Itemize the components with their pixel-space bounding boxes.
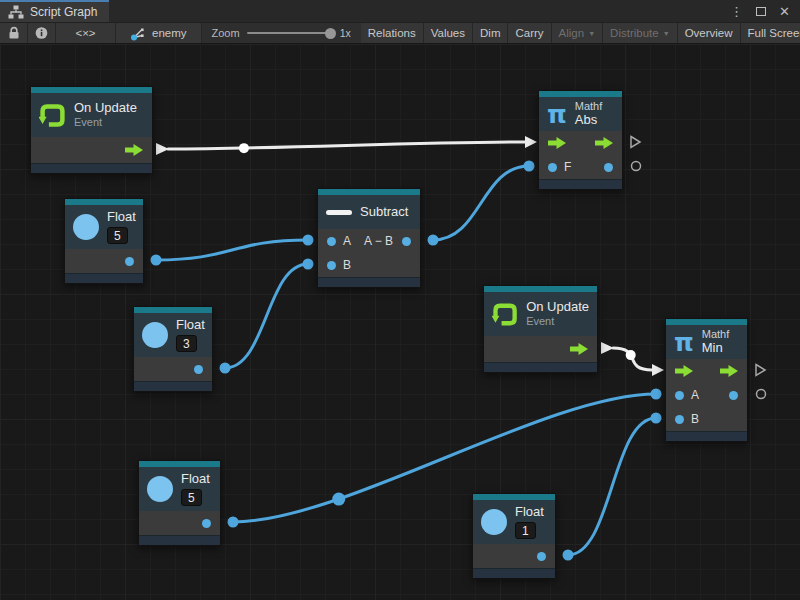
chevron-down-icon: ▼ <box>663 30 670 37</box>
wire-mid-dot[interactable] <box>332 493 345 506</box>
port-row <box>666 359 747 383</box>
toolbar-button-dim[interactable]: Dim <box>473 23 508 43</box>
node-header: On UpdateEvent <box>31 93 152 137</box>
lock-button[interactable] <box>0 23 28 43</box>
code-view-button[interactable]: <×> <box>56 23 116 43</box>
node-header: Float1 <box>473 500 555 544</box>
node-subtract[interactable]: SubtractAA − BB <box>317 188 421 288</box>
node-mathf-abs[interactable]: πMathfAbsF <box>538 90 623 190</box>
node-header: πMathfAbs <box>539 97 622 131</box>
zoom-value: 1x <box>340 27 351 39</box>
wire-endpoint-dot <box>651 413 662 424</box>
toolbar-button-values[interactable]: Values <box>424 23 473 43</box>
exec-output-marker[interactable] <box>631 137 640 148</box>
graph-icon <box>8 5 24 19</box>
node-float-5a[interactable]: Float5 <box>64 198 144 284</box>
inspect-button[interactable] <box>28 23 56 43</box>
wire-endpoint-dot <box>524 161 535 172</box>
node-float-5b[interactable]: Float5 <box>138 460 221 546</box>
edge-subtract.out-to-mathf-abs.F[interactable] <box>433 166 529 240</box>
node-on-update-2[interactable]: On UpdateEvent <box>483 285 598 373</box>
exec-port-icon[interactable] <box>548 137 566 149</box>
pi-icon: π <box>674 330 694 355</box>
zoom-slider-handle[interactable] <box>325 28 336 39</box>
value-input[interactable]: 5 <box>107 227 128 244</box>
value-input[interactable]: 1 <box>515 522 536 539</box>
data-port[interactable] <box>327 261 336 270</box>
data-output-marker[interactable] <box>632 162 641 171</box>
toolbar-button-group: RelationsValuesDimCarryAlign▼Distribute▼… <box>361 23 800 43</box>
data-port[interactable] <box>675 391 684 400</box>
data-port[interactable] <box>202 519 211 528</box>
wire-mid-dot[interactable] <box>626 350 636 360</box>
node-float-1[interactable]: Float1 <box>472 493 556 579</box>
wire-mid-dot[interactable] <box>239 143 249 153</box>
close-icon[interactable]: ✕ <box>779 4 790 19</box>
wire-endpoint-dot <box>428 235 439 246</box>
node-footer <box>539 179 622 189</box>
port-row <box>484 336 597 362</box>
toolbar-button-relations[interactable]: Relations <box>361 23 424 43</box>
edge-float-5a.out-to-subtract.A[interactable] <box>156 240 308 260</box>
node-float-3[interactable]: Float3 <box>133 306 213 392</box>
float-circle-icon <box>147 476 173 502</box>
wire-endpoint-dot <box>303 259 314 270</box>
tab-script-graph[interactable]: Script Graph <box>0 0 109 22</box>
exec-output-marker[interactable] <box>756 365 765 376</box>
chevron-down-icon: ▼ <box>588 30 595 37</box>
node-footer <box>139 535 220 545</box>
node-header: Float5 <box>65 205 143 249</box>
edge-float-3.out-to-subtract.B[interactable] <box>225 264 308 368</box>
exec-port-icon[interactable] <box>125 144 143 156</box>
exec-wire-start-arrow <box>156 143 169 155</box>
port-row: A <box>666 383 747 407</box>
loop-event-icon <box>39 102 66 129</box>
node-footer <box>473 568 555 578</box>
value-input[interactable]: 5 <box>181 489 202 506</box>
node-on-update-1[interactable]: On UpdateEvent <box>30 86 153 174</box>
data-port[interactable] <box>125 257 134 266</box>
graph-reference[interactable]: enemy <box>116 23 202 43</box>
zoom-slider[interactable] <box>247 32 333 34</box>
toolbar-button-overview[interactable]: Overview <box>678 23 741 43</box>
port-label: B <box>343 258 351 272</box>
graph-toolbar: <×> enemy Zoom 1x RelationsValuesDimCarr… <box>0 22 800 44</box>
data-port[interactable] <box>327 237 336 246</box>
exec-port-icon[interactable] <box>570 343 588 355</box>
graph-canvas[interactable]: On UpdateEventπMathfAbsFFloat5SubtractAA… <box>0 44 800 600</box>
exec-wire-start-arrow <box>601 342 614 354</box>
port-row <box>539 131 622 155</box>
node-mathf-min[interactable]: πMathfMinAB <box>665 318 748 442</box>
wire-endpoint-dot <box>228 517 239 528</box>
edge-on-update-1.out-to-mathf-abs.exec[interactable] <box>168 142 525 149</box>
data-port[interactable] <box>402 237 411 246</box>
data-output-marker[interactable] <box>757 390 766 399</box>
node-footer <box>318 277 420 287</box>
edge-float-1.out-to-mathf-min.B[interactable] <box>568 418 656 555</box>
zoom-label: Zoom <box>212 27 240 39</box>
data-port[interactable] <box>548 163 557 172</box>
toolbar-button-full-screen[interactable]: Full Screen <box>741 23 800 43</box>
exec-port-icon[interactable] <box>720 365 738 377</box>
float-circle-icon <box>481 509 507 535</box>
data-port[interactable] <box>194 365 203 374</box>
data-port[interactable] <box>729 391 738 400</box>
port-row: B <box>318 253 420 277</box>
exec-port-icon[interactable] <box>675 365 693 377</box>
port-label: A <box>343 234 351 248</box>
node-footer <box>666 431 747 441</box>
edge-float-5b.out-to-mathf-min.A[interactable] <box>233 394 656 522</box>
value-input[interactable]: 3 <box>176 335 197 352</box>
toolbar-button-carry[interactable]: Carry <box>508 23 551 43</box>
exec-port-icon[interactable] <box>595 137 613 149</box>
wire-endpoint-dot <box>303 235 314 246</box>
data-port[interactable] <box>604 163 613 172</box>
node-title: Float <box>181 472 210 487</box>
node-title: Float <box>176 318 205 333</box>
loop-event-icon <box>492 301 518 328</box>
menu-dots-icon[interactable]: ⋮ <box>730 4 743 19</box>
data-port[interactable] <box>537 552 546 561</box>
node-title: Min <box>702 341 730 356</box>
data-port[interactable] <box>675 415 684 424</box>
maximize-icon[interactable] <box>756 7 766 16</box>
